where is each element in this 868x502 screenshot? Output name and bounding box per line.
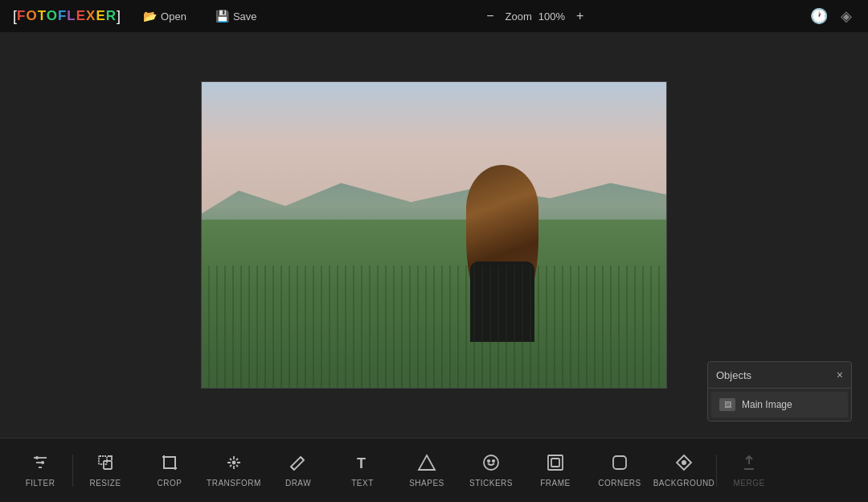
crop-label: CROP [158,479,182,488]
svg-text:T: T [357,455,366,471]
top-left-section: [ FOTOFLEXER ] 📂 Open 💾 Save [13,6,264,26]
text-label: TEXT [351,479,374,488]
open-icon: 📂 [143,10,157,23]
svg-rect-16 [551,459,559,467]
filter-icon [31,453,50,475]
save-label: Save [233,10,257,23]
resize-icon [96,453,115,475]
svg-point-12 [484,455,498,470]
objects-panel: Objects × 🖼 Main Image [707,361,852,422]
layers-button[interactable]: ◈ [837,4,855,28]
text-icon: T [353,453,372,475]
svg-marker-11 [419,455,435,470]
main-image-icon: 🖼 [719,398,735,411]
draw-label: DRAW [285,479,311,488]
save-icon: 💾 [215,10,229,23]
svg-point-3 [35,456,39,459]
svg-point-8 [233,462,235,464]
frame-icon [546,453,565,475]
shapes-icon [417,453,436,475]
bottom-toolbar: FILTER RESIZE CROP TRANSFORM DRAW T TEXT… [0,438,868,502]
zoom-plus-button[interactable]: + [571,7,588,25]
canvas-area: Objects × 🖼 Main Image [0,32,868,438]
logo: [ FOTOFLEXER ] [13,8,121,25]
open-button[interactable]: 📂 Open [137,6,193,26]
zoom-label: Zoom [506,10,532,23]
resize-label: RESIZE [89,479,121,488]
tool-corners[interactable]: CORNERS [588,442,652,500]
tool-background[interactable]: BACKGROUND [652,442,716,500]
svg-point-18 [682,460,686,465]
stickers-icon [481,453,501,475]
shapes-label: SHAPES [409,479,444,488]
transform-icon [224,453,244,475]
logo-bracket-close: ] [117,8,121,25]
history-button[interactable]: 🕐 [807,4,831,28]
objects-main-image-item[interactable]: 🖼 Main Image [711,392,848,418]
photo-canvas [201,81,667,389]
objects-panel-header: Objects × [708,362,851,389]
photo-figure [454,165,551,342]
frame-label: FRAME [540,479,571,488]
history-icon: 🕐 [810,8,828,24]
photo-field [202,220,666,388]
layers-icon: ◈ [841,8,852,24]
background-label: BACKGROUND [653,479,715,488]
crop-icon [160,453,179,475]
corners-icon [610,453,629,475]
zoom-minus-button[interactable]: − [481,7,498,25]
photo-body [470,261,534,342]
tool-transform[interactable]: TRANSFORM [202,442,266,500]
tool-draw[interactable]: DRAW [266,442,330,500]
background-icon [674,453,694,475]
objects-panel-title: Objects [716,369,751,381]
tool-resize[interactable]: RESIZE [73,442,137,500]
tool-merge: MERGE [717,442,781,500]
tool-crop[interactable]: CROP [137,442,202,500]
main-content: Objects × 🖼 Main Image [0,32,868,438]
merge-label: MERGE [733,479,764,488]
tool-frame[interactable]: FRAME [523,442,588,500]
open-label: Open [161,10,186,23]
corners-label: CORNERS [598,479,641,488]
svg-point-14 [493,460,494,462]
objects-panel-close-button[interactable]: × [837,368,843,381]
svg-point-13 [488,460,489,462]
transform-label: TRANSFORM [207,479,261,488]
merge-icon [739,453,759,475]
logo-text: FOTOFLEXER [17,8,117,24]
svg-rect-15 [548,455,563,470]
svg-line-9 [291,467,294,470]
svg-rect-6 [104,461,112,469]
main-image-label: Main Image [742,399,792,410]
save-button[interactable]: 💾 Save [209,6,264,26]
svg-rect-17 [613,456,626,469]
tool-filter[interactable]: FILTER [8,442,72,500]
filter-label: FILTER [26,479,55,488]
top-right-section: 🕐 ◈ [807,4,855,28]
image-icon-symbol: 🖼 [724,401,731,409]
tool-shapes[interactable]: SHAPES [395,442,459,500]
top-bar: [ FOTOFLEXER ] 📂 Open 💾 Save − Zoom 100%… [0,0,868,32]
stickers-label: STICKERS [469,479,513,488]
zoom-control: − Zoom 100% + [481,7,588,25]
tool-text[interactable]: T TEXT [330,442,395,500]
zoom-value: 100% [538,10,565,23]
svg-rect-7 [164,457,175,468]
draw-icon [289,453,308,475]
svg-point-4 [41,461,44,464]
tool-stickers[interactable]: STICKERS [459,442,523,500]
svg-rect-5 [99,456,107,464]
